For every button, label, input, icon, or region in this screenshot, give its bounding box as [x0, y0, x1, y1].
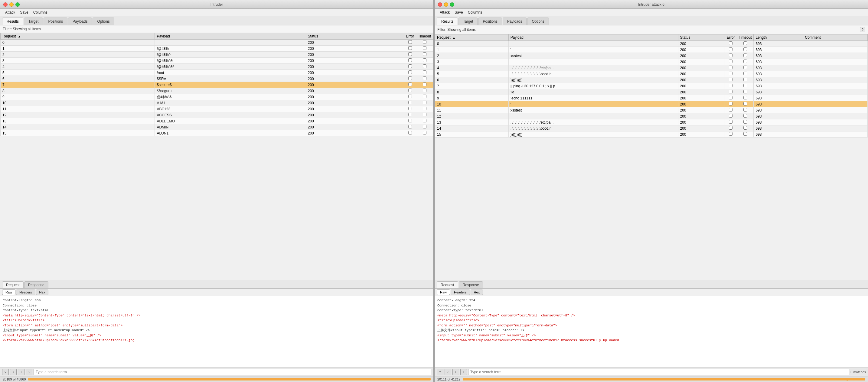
cell-error[interactable] [404, 124, 416, 130]
cell-error[interactable] [725, 83, 737, 89]
right-next-btn[interactable]: › [460, 369, 467, 375]
tab-results[interactable]: Results [2, 18, 23, 25]
search-input[interactable] [34, 369, 431, 375]
maximize-button[interactable] [16, 2, 20, 7]
table-row[interactable]: 3 !@#$%^& 200 [1, 58, 433, 64]
cell-timeout[interactable] [737, 77, 754, 83]
table-row[interactable]: 10 A.M.I 200 [1, 100, 433, 106]
table-row[interactable]: 4 !@#$%^&* 200 [1, 64, 433, 70]
cell-error[interactable] [725, 89, 737, 95]
cell-timeout[interactable] [737, 89, 754, 95]
cell-error[interactable] [404, 100, 416, 106]
tab-payloads[interactable]: Payloads [68, 18, 92, 25]
right-close-button[interactable] [438, 2, 442, 7]
right-tab-target[interactable]: Target [459, 18, 477, 25]
cell-timeout[interactable] [416, 88, 433, 94]
col-error[interactable]: Error [404, 33, 416, 40]
cell-error[interactable] [404, 52, 416, 58]
cell-timeout[interactable] [737, 65, 754, 71]
table-row[interactable]: 12 ACCESS 200 [1, 112, 433, 118]
right-col-error[interactable]: Error [725, 34, 737, 41]
cell-timeout[interactable] [416, 70, 433, 76]
table-row[interactable]: 15 ALUN1 200 [1, 130, 433, 136]
cell-error[interactable] [404, 46, 416, 52]
cell-error[interactable] [404, 76, 416, 82]
right-col-status[interactable]: Status [678, 34, 725, 41]
table-row[interactable]: 15 )))))))))) 200 693 [435, 132, 868, 138]
cell-timeout[interactable] [737, 59, 754, 65]
table-row[interactable]: 10 ' 200 693 [435, 101, 868, 107]
right-fmt-headers[interactable]: Headers [451, 289, 470, 295]
cell-timeout[interactable] [737, 95, 754, 101]
cell-timeout[interactable] [416, 52, 433, 58]
right-col-comment[interactable]: Comment [803, 34, 867, 41]
cell-error[interactable] [404, 94, 416, 100]
cell-error[interactable] [725, 65, 737, 71]
right-menu-attack[interactable]: Attack [437, 10, 452, 15]
cell-error[interactable] [725, 119, 737, 126]
table-row[interactable]: 11 xsstest 200 693 [435, 107, 868, 113]
cell-timeout[interactable] [416, 106, 433, 112]
table-row[interactable]: 13 ../../../../../../../../../../etc/pa.… [435, 119, 868, 126]
table-row[interactable]: 5 ..\..\..\..\..\..\..\..\..\..\boot.ini… [435, 71, 868, 77]
table-row[interactable]: 0 200 693 [435, 41, 868, 47]
cell-error[interactable] [725, 107, 737, 113]
right-col-length[interactable]: Length [754, 34, 803, 41]
cell-timeout[interactable] [737, 119, 754, 126]
cell-error[interactable] [725, 95, 737, 101]
cell-error[interactable] [725, 71, 737, 77]
table-row[interactable]: 0 200 [1, 40, 433, 46]
right-maximize-button[interactable] [450, 2, 454, 7]
cell-timeout[interactable] [416, 64, 433, 70]
right-col-payload[interactable]: Payload [508, 34, 678, 41]
table-row[interactable]: 2 !@#$%^ 200 [1, 52, 433, 58]
table-row[interactable]: 14 ..\..\..\..\..\..\..\..\..\..\boot.in… [435, 126, 868, 132]
right-menu-columns[interactable]: Columns [465, 10, 485, 15]
fmt-hex[interactable]: Hex [36, 289, 49, 295]
cell-error[interactable] [725, 41, 737, 47]
right-table-wrapper[interactable]: Request ▲ Payload Status Error Timeout L… [435, 34, 868, 280]
table-row[interactable]: 6 )))))))))) 200 693 [435, 77, 868, 83]
table-row[interactable]: 3 200 693 [435, 59, 868, 65]
cell-timeout[interactable] [737, 101, 754, 107]
table-row[interactable]: 11 ABC123 200 [1, 106, 433, 112]
right-prev-btn[interactable]: ‹ [444, 369, 451, 375]
cell-timeout[interactable] [737, 83, 754, 89]
right-res-tab[interactable]: Response [459, 281, 483, 288]
cell-timeout[interactable] [737, 47, 754, 53]
cell-timeout[interactable] [416, 82, 433, 88]
cell-timeout[interactable] [737, 41, 754, 47]
cell-timeout[interactable] [416, 124, 433, 130]
res-tab[interactable]: Response [24, 281, 49, 288]
cell-error[interactable] [725, 77, 737, 83]
next-btn[interactable]: › [26, 369, 32, 375]
right-col-timeout[interactable]: Timeout [737, 34, 754, 41]
right-fmt-hex[interactable]: Hex [471, 289, 483, 295]
cell-timeout[interactable] [416, 58, 433, 64]
cell-timeout[interactable] [737, 113, 754, 119]
tab-options[interactable]: Options [93, 18, 114, 25]
table-row[interactable]: 4 ../../../../../../../../../../etc/pa..… [435, 65, 868, 71]
cell-timeout[interactable] [416, 94, 433, 100]
table-row[interactable]: 13 ADLDEMO 200 [1, 118, 433, 124]
table-row[interactable]: 14 ADMIN 200 [1, 124, 433, 130]
cell-error[interactable] [725, 126, 737, 132]
col-payload[interactable]: Payload [155, 33, 306, 40]
tab-target[interactable]: Target [24, 18, 43, 25]
col-request[interactable]: Request ▲ [1, 33, 155, 40]
table-row[interactable]: 2 xsstest 200 693 [435, 53, 868, 59]
right-tab-results[interactable]: Results [437, 18, 458, 25]
cell-timeout[interactable] [416, 40, 433, 46]
cell-timeout[interactable] [416, 46, 433, 52]
fmt-headers[interactable]: Headers [16, 289, 35, 295]
cell-error[interactable] [725, 59, 737, 65]
table-row[interactable]: 12 200 693 [435, 113, 868, 119]
right-minimize-button[interactable] [444, 2, 448, 7]
cell-timeout[interactable] [737, 71, 754, 77]
right-tab-payloads[interactable]: Payloads [503, 18, 527, 25]
right-menu-save[interactable]: Save [452, 10, 465, 15]
cell-error[interactable] [404, 64, 416, 70]
close-button[interactable] [3, 2, 7, 7]
right-search-input[interactable] [468, 369, 849, 375]
menu-save[interactable]: Save [18, 10, 31, 15]
